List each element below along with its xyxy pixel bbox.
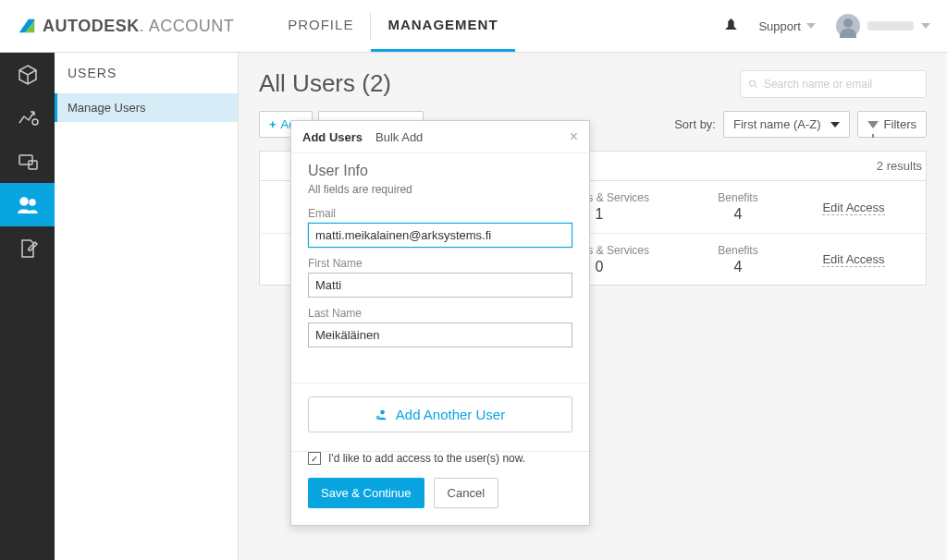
email-field[interactable] <box>308 223 572 248</box>
cell-benefits: Benefits 4 <box>669 186 807 228</box>
support-label: Support <box>758 19 801 33</box>
logo[interactable]: AUTODESK. ACCOUNT <box>17 16 234 36</box>
modal-tabs: Add Users Bulk Add × <box>291 121 589 153</box>
access-checkbox-label: I'd like to add access to the user(s) no… <box>328 452 525 465</box>
sidebar-title: USERS <box>55 53 238 93</box>
document-edit-icon <box>17 237 39 260</box>
users-icon <box>17 194 39 216</box>
filter-icon <box>867 121 879 128</box>
sort-value: First name (A-Z) <box>733 117 821 131</box>
edit-access-link[interactable]: Edit Access <box>822 252 884 267</box>
svg-rect-1 <box>19 155 32 164</box>
avatar-icon[interactable] <box>836 14 860 38</box>
svg-point-3 <box>20 198 28 205</box>
iconbar-devices[interactable] <box>0 140 55 183</box>
add-users-modal: Add Users Bulk Add × User Info All field… <box>290 120 590 526</box>
save-continue-button[interactable]: Save & Continue <box>308 478 424 508</box>
sidebar: USERS Manage Users <box>55 53 239 560</box>
iconbar-users[interactable] <box>0 183 55 226</box>
last-name-label: Last Name <box>308 307 572 320</box>
iconbar-contracts[interactable] <box>0 226 55 270</box>
chevron-down-icon <box>830 122 840 128</box>
username-placeholder <box>867 21 914 30</box>
last-name-field[interactable] <box>308 323 572 347</box>
filters-button[interactable]: Filters <box>857 111 927 138</box>
iconbar <box>0 53 55 560</box>
email-label: Email <box>308 207 572 220</box>
header: AUTODESK. ACCOUNT PROFILE MANAGEMENT Sup… <box>0 0 947 53</box>
add-another-label: Add Another User <box>396 407 505 422</box>
svg-point-0 <box>32 119 38 125</box>
tab-add-users[interactable]: Add Users <box>302 130 363 144</box>
add-user-icon <box>375 408 388 421</box>
first-name-label: First Name <box>308 257 572 270</box>
notifications-icon[interactable] <box>723 18 738 33</box>
svg-point-5 <box>749 79 755 85</box>
nav-management[interactable]: MANAGEMENT <box>371 0 514 52</box>
svg-point-6 <box>380 409 385 414</box>
chevron-down-icon[interactable] <box>921 23 930 29</box>
cell-edit-access: Edit Access <box>807 252 900 266</box>
close-icon[interactable]: × <box>570 128 578 145</box>
cell-benefits: Benefits 4 <box>669 238 807 281</box>
tab-bulk-add[interactable]: Bulk Add <box>375 130 423 144</box>
sort-dropdown[interactable]: First name (A-Z) <box>723 111 850 138</box>
support-dropdown[interactable]: Support <box>758 19 816 33</box>
access-checkbox-row: ✓ I'd like to add access to the user(s) … <box>291 452 589 478</box>
autodesk-logo-icon <box>17 16 37 36</box>
plus-icon: + <box>269 117 277 131</box>
page-title: All Users (2) <box>259 69 391 98</box>
devices-icon <box>17 151 39 173</box>
iconbar-reporting[interactable] <box>0 96 55 140</box>
svg-point-4 <box>30 200 35 205</box>
header-right: Support <box>723 14 930 38</box>
logo-text: AUTODESK. ACCOUNT <box>43 17 234 36</box>
nav-profile[interactable]: PROFILE <box>271 0 370 52</box>
nav: PROFILE MANAGEMENT <box>271 0 514 52</box>
iconbar-products[interactable] <box>0 53 55 96</box>
cell-edit-access: Edit Access <box>807 201 900 214</box>
graph-icon <box>17 107 39 129</box>
chevron-down-icon <box>806 23 816 29</box>
edit-access-link[interactable]: Edit Access <box>822 201 884 215</box>
modal-required-note: All fields are required <box>308 183 572 196</box>
cube-icon <box>17 64 39 86</box>
modal-section-title: User Info <box>308 163 572 179</box>
add-another-user-button[interactable]: Add Another User <box>308 396 572 432</box>
cancel-button[interactable]: Cancel <box>434 478 498 508</box>
sidebar-item-manage-users[interactable]: Manage Users <box>55 93 238 122</box>
search-input[interactable] <box>764 78 918 91</box>
sort-label: Sort by: <box>674 117 716 131</box>
access-checkbox[interactable]: ✓ <box>308 452 321 465</box>
first-name-field[interactable] <box>308 273 572 298</box>
search-box[interactable] <box>740 70 927 98</box>
filters-label: Filters <box>884 117 916 131</box>
search-icon <box>748 79 758 90</box>
